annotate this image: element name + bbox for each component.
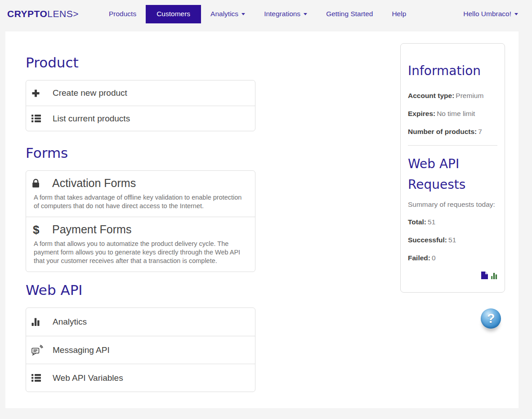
messaging-icon <box>31 345 53 356</box>
row-label: Analytics <box>53 317 87 327</box>
field-label: Successful: <box>408 236 447 244</box>
lock-icon <box>31 178 52 188</box>
number-of-products-field: Number of products:7 <box>408 127 497 136</box>
form-title: Activation Forms <box>52 177 136 190</box>
nav-item-label: Getting Started <box>326 10 373 18</box>
product-panel: Create new product List current products <box>26 80 255 131</box>
field-value: 51 <box>428 218 435 226</box>
activation-forms-item[interactable]: Activation Forms A form that takes advan… <box>26 171 255 217</box>
information-heading: Information <box>408 61 497 81</box>
form-description: A form that allows you to automatize the… <box>34 240 248 265</box>
form-description: A form that takes advantage of offline k… <box>34 193 248 210</box>
form-title: Payment Forms <box>52 223 131 236</box>
payment-forms-item[interactable]: $ Payment Forms A form that allows you t… <box>26 217 255 272</box>
web-api-requests-heading: Web API Requests <box>408 154 497 195</box>
requests-action-icons <box>408 272 497 279</box>
user-menu[interactable]: Hello Umbraco! <box>463 10 518 18</box>
chevron-down-icon <box>304 13 307 15</box>
product-section-heading: Product <box>26 54 255 71</box>
field-label: Expires: <box>408 110 435 117</box>
list-current-products-item[interactable]: List current products <box>26 106 255 131</box>
list-icon <box>31 374 53 382</box>
nav-item-analytics[interactable]: Analytics <box>201 0 255 28</box>
row-label: Create new product <box>53 88 127 98</box>
expires-field: Expires:No time limit <box>408 109 497 118</box>
row-label: Messaging API <box>53 345 110 355</box>
field-label: Number of products: <box>408 128 477 135</box>
sidebar-divider <box>408 145 497 146</box>
forms-section-heading: Forms <box>26 145 255 161</box>
create-new-product-item[interactable]: Create new product <box>26 80 255 106</box>
field-label: Failed: <box>408 254 430 262</box>
nav-item-label: Customers <box>156 10 190 18</box>
info-sidebar-panel: Information Account type:Premium Expires… <box>400 43 505 293</box>
list-icon <box>31 115 53 122</box>
field-value: Premium <box>456 92 483 99</box>
requests-summary-text: Summary of requests today: <box>408 201 497 209</box>
field-label: Total: <box>408 218 426 226</box>
main-content-area: Product Create new product List current … <box>5 31 519 408</box>
logo-text-bold: CRYPTO <box>7 9 47 19</box>
nav-item-label: Analytics <box>210 10 238 18</box>
nav-item-products[interactable]: Products <box>99 0 146 28</box>
field-value: 0 <box>432 254 436 262</box>
web-api-panel: Analytics Messaging API <box>26 308 255 392</box>
nav-item-integrations[interactable]: Integrations <box>255 0 317 28</box>
account-type-field: Account type:Premium <box>408 91 497 100</box>
nav-item-customers[interactable]: Customers <box>146 5 201 23</box>
dollar-icon: $ <box>31 224 52 236</box>
messaging-api-item[interactable]: Messaging API <box>26 336 255 364</box>
file-icon[interactable] <box>481 272 488 279</box>
field-value: 7 <box>478 128 482 135</box>
analytics-item[interactable]: Analytics <box>26 308 255 336</box>
bar-chart-green-icon[interactable] <box>491 272 497 279</box>
nav-item-getting-started[interactable]: Getting Started <box>317 0 382 28</box>
cryptolens-logo[interactable]: CRYPTOLENS> <box>7 9 79 19</box>
field-label: Account type: <box>408 92 454 99</box>
successful-requests-field: Successful:51 <box>408 236 497 245</box>
plus-icon <box>31 89 53 98</box>
forms-panel: Activation Forms A form that takes advan… <box>26 170 255 272</box>
logo-text-light: LENS> <box>47 9 79 19</box>
field-value: 51 <box>448 236 456 244</box>
field-value: No time limit <box>437 110 475 117</box>
navbar: CRYPTOLENS> Products Customers Analytics… <box>0 0 532 28</box>
user-menu-label: Hello Umbraco! <box>463 10 511 18</box>
nav-item-label: Integrations <box>264 10 300 18</box>
failed-requests-field: Failed:0 <box>408 254 497 263</box>
total-requests-field: Total:51 <box>408 218 497 227</box>
nav-item-label: Products <box>109 10 136 18</box>
web-api-variables-item[interactable]: Web API Variables <box>26 364 255 392</box>
chevron-down-icon <box>514 13 518 15</box>
nav-menu: Products Customers Analytics Integration… <box>99 0 416 28</box>
bar-chart-icon <box>31 318 53 326</box>
question-icon: ? <box>487 311 495 326</box>
chevron-down-icon <box>241 13 245 15</box>
row-label: List current products <box>53 114 130 124</box>
nav-item-help[interactable]: Help <box>382 0 416 28</box>
web-api-section-heading: Web API <box>26 282 255 299</box>
main-column: Product Create new product List current … <box>26 31 255 392</box>
nav-item-label: Help <box>392 10 406 18</box>
help-question-button[interactable]: ? <box>481 308 501 329</box>
row-label: Web API Variables <box>53 373 123 383</box>
